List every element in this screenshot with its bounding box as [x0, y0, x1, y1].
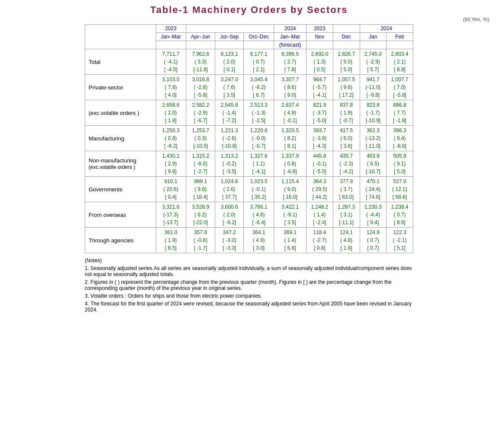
- data-cell: 8,123.1( 2.0)[ 0.1]: [215, 49, 244, 75]
- unit-label: (bil.Yen, %): [9, 16, 489, 22]
- data-cell: 347.2( -3.0)[ -3.3]: [215, 228, 244, 253]
- header-2024b: 2024: [360, 25, 413, 33]
- data-cell: 377.9( 3.7)[ 63.0]: [333, 177, 360, 202]
- data-cell: 3,528.9( 6.2)[-22.0]: [186, 202, 215, 228]
- data-cell: 3,045.4( -6.2)[ 6.7]: [244, 75, 274, 100]
- header-blank5: [306, 41, 333, 49]
- table-row: Through agencies361.0( 1.9)[ 8.5]357.9( …: [85, 228, 413, 253]
- header-janmar: Jan–Mar: [156, 33, 186, 41]
- header-2023: 2023: [156, 25, 186, 33]
- note-1: 1. Seasonally adjusted series.As all ser…: [85, 265, 413, 277]
- data-cell: 1,287.3( 3.1)[-11.1]: [333, 202, 360, 228]
- data-cell: 3,766.1( 4.6)[ -6.4]: [244, 202, 274, 228]
- data-cell: 364.3( 29.5)[ 44.2]: [306, 177, 333, 202]
- data-cell: 3,600.6( 2.0)[ -9.2]: [215, 202, 244, 228]
- data-cell: 124.9( 0.7)[ 0.7]: [360, 228, 386, 253]
- data-cell: 3,321.6(-17.3)[-13.7]: [156, 202, 186, 228]
- note-4: 4. The forecast for the first quarter of…: [85, 301, 413, 313]
- header-empty: [85, 25, 156, 49]
- header-blank8: [386, 41, 413, 49]
- data-cell: 122.3( -2.1)[ 5.1]: [386, 228, 413, 253]
- header-forecast: (forecast): [274, 41, 306, 49]
- data-cell: 435.7( -2.3)[ -4.2]: [333, 151, 360, 177]
- data-cell: 2,545.8( -1.4)[ -7.2]: [215, 100, 244, 126]
- data-cell: 1,230.3( -4.4)[ 9.4]: [360, 202, 386, 228]
- data-cell: 3,103.0( 7.8)[ 4.0]: [156, 75, 186, 100]
- header-blank1: [156, 41, 186, 49]
- notes-section: (Notes)1. Seasonally adjusted series.As …: [85, 257, 413, 313]
- data-cell: 3,422.1( -9.1)[ 3.5]: [274, 202, 306, 228]
- data-cell: 1,320.5( 8.2)[ 8.1]: [274, 126, 306, 151]
- data-cell: 7,962.6( 3.3)[-11.8]: [186, 49, 215, 75]
- header-2023b: 2023: [306, 25, 333, 33]
- note-2: 2. Figures in ( ) represent the percenta…: [85, 279, 413, 291]
- data-cell: 821.9( -3.7)[ -5.0]: [306, 100, 333, 126]
- header-feb: Feb: [386, 33, 413, 41]
- header-blank3: [215, 41, 244, 49]
- note-0: (Notes): [85, 257, 413, 264]
- data-cell: 124.1( 4.8)[ 1.9]: [333, 228, 360, 253]
- data-cell: 1,248.2( 1.4)[ -2.4]: [306, 202, 333, 228]
- data-cell: 2,582.2( -2.9)[ -6.7]: [186, 100, 215, 126]
- data-cell: 445.8( -0.1)[ -5.5]: [306, 151, 333, 177]
- row-label: Private-sector: [85, 75, 156, 100]
- table-row: (exc.volatile orders )2,658.6( 2.0)[ 1.8…: [85, 100, 413, 126]
- data-cell: 1,023.5( -0.1)[ 35.2]: [244, 177, 274, 202]
- table-row: Manufacturing1,250.3( 0.8)[ -6.2]1,253.7…: [85, 126, 413, 151]
- data-cell: 1,313.2( -0.2)[ -3.5]: [215, 151, 244, 177]
- header-dec: Dec: [333, 33, 360, 41]
- data-cell: 8,177.1( 0.7)[ 2.1]: [244, 49, 274, 75]
- data-cell: 1,220.8( -0.0)[ -0.7]: [244, 126, 274, 151]
- table-row: Private-sector3,103.0( 7.8)[ 4.0]3,016.8…: [85, 75, 413, 100]
- data-cell: 1,115.4( 9.0)[ 16.0]: [274, 177, 306, 202]
- data-cell: 1,250.3( 0.8)[ -6.2]: [156, 126, 186, 151]
- table-row: Total7,711.7( -4.1)[ -4.5]7,962.6( 3.3)[…: [85, 49, 413, 75]
- data-cell: 837.8( 1.9)[ -0.7]: [333, 100, 360, 126]
- row-label: Non-manufacturing(exc.volatile orders ): [85, 151, 156, 177]
- data-cell: 823.8( -1.7)[-10.9]: [360, 100, 386, 126]
- header-blank2: [186, 41, 215, 49]
- data-cell: 1,238.4( 0.7)[ 8.6]: [386, 202, 413, 228]
- data-cell: 2,658.6( 2.0)[ 1.8]: [156, 100, 186, 126]
- data-cell: 3,016.8( -2.8)[ -5.8]: [186, 75, 215, 100]
- data-cell: 1,057.5( 9.6)[ 17.2]: [333, 75, 360, 100]
- row-label: Governments: [85, 177, 156, 202]
- header-blank6: [333, 41, 360, 49]
- data-cell: 2,745.0( -2.9)[ 5.7]: [360, 49, 386, 75]
- row-label: Through agencies: [85, 228, 156, 253]
- data-cell: 2,803.4( 2.1)[ 8.8]: [386, 49, 413, 75]
- header-empty2: [186, 25, 274, 33]
- data-cell: 964.7( -5.7)[ -4.1]: [306, 75, 333, 100]
- data-cell: 1,024.8( 2.6)[ 37.7]: [215, 177, 244, 202]
- header-aprjun: Apr–Jun: [186, 33, 215, 41]
- data-cell: 1,007.7( 7.0)[ -5.8]: [386, 75, 413, 100]
- data-cell: 470.1( 24.4)[ 74.6]: [360, 177, 386, 202]
- data-cell: 2,513.3( -1.3)[ -2.5]: [244, 100, 274, 126]
- header-janmar2: Jan–Mar: [274, 33, 306, 41]
- header-julsep: Jul–Sep: [215, 33, 244, 41]
- data-cell: 505.9( 9.1)[ 5.0]: [386, 151, 413, 177]
- header-jan: Jan: [360, 33, 386, 41]
- data-cell: 362.3(-13.2)[-11.0]: [360, 126, 386, 151]
- data-cell: 364.1( 4.9)[ 3.0]: [244, 228, 274, 253]
- data-cell: 357.9( -0.8)[ -1.7]: [186, 228, 215, 253]
- table-row: Governments910.1( 20.6)[ 0.4]999.1( 9.8)…: [85, 177, 413, 202]
- data-cell: 1,315.2( -8.0)[ -2.7]: [186, 151, 215, 177]
- data-cell: 2,826.7( 5.0)[ 5.0]: [333, 49, 360, 75]
- row-label: (exc.volatile orders ): [85, 100, 156, 126]
- data-cell: 361.0( 1.9)[ 8.5]: [156, 228, 186, 253]
- header-blank4: [244, 41, 274, 49]
- data-cell: 3,307.7( 8.6)[ 9.0]: [274, 75, 306, 100]
- data-cell: 7,711.7( -4.1)[ -4.5]: [156, 49, 186, 75]
- data-cell: 886.8( 7.7)[ -1.8]: [386, 100, 413, 126]
- data-cell: 910.1( 20.6)[ 0.4]: [156, 177, 186, 202]
- data-cell: 369.1( 1.4)[ 6.8]: [274, 228, 306, 253]
- note-3: 3. Volatile orders : Orders for ships an…: [85, 293, 413, 299]
- header-blank7: [360, 41, 386, 49]
- table-row: From overseas3,321.6(-17.3)[-13.7]3,528.…: [85, 202, 413, 228]
- table-row: Non-manufacturing(exc.volatile orders )1…: [85, 151, 413, 177]
- data-cell: 527.0( 12.1)[ 58.6]: [386, 177, 413, 202]
- data-cell: 1,221.3( -2.6)[-10.8]: [215, 126, 244, 151]
- header-row-1: 2023 2024 2023 2024: [85, 25, 413, 33]
- data-cell: 463.9( 6.5)[-10.7]: [360, 151, 386, 177]
